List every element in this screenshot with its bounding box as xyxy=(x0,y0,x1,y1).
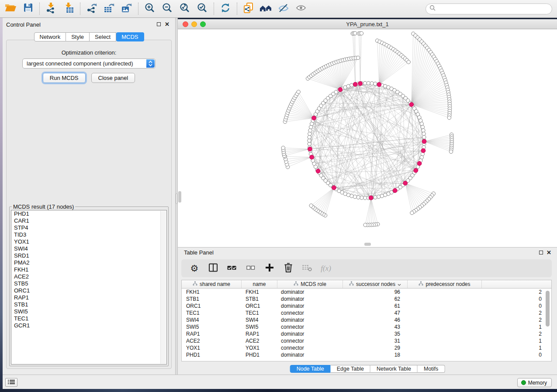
close-panel-button[interactable]: Close panel xyxy=(91,73,135,83)
import-network-button[interactable] xyxy=(42,1,60,17)
table-row[interactable]: ORC1ORC1dominator610 xyxy=(182,303,551,309)
attribute-icon xyxy=(193,281,197,287)
tab-motifs[interactable]: Motifs xyxy=(418,365,445,373)
table-row[interactable]: YOX1YOX1connector291 xyxy=(182,344,551,351)
tab-edge-table[interactable]: Edge Table xyxy=(331,365,370,373)
toolbar-separator xyxy=(80,3,80,15)
table-cell: dominator xyxy=(277,351,343,358)
search-field[interactable] xyxy=(426,3,552,14)
hide-selected-button[interactable] xyxy=(275,1,292,17)
mcds-result-item[interactable]: STB5 xyxy=(11,280,166,287)
table-cell: connector xyxy=(277,309,343,316)
first-neighbors-icon[interactable] xyxy=(257,1,275,17)
zoom-fit-button[interactable] xyxy=(176,1,194,17)
mcds-result-item[interactable]: SWI5 xyxy=(11,308,166,315)
mcds-panel: Optimization criterion: largest connecte… xyxy=(6,40,172,369)
mcds-result-item[interactable]: ACE2 xyxy=(11,273,166,280)
mcds-result-list[interactable]: PHD1CAR1STP4TID3YOX1SWI4SRD1PMA2FKH1ACE2… xyxy=(11,210,167,364)
table-settings-button[interactable]: ⚙ xyxy=(189,263,200,274)
select-all-columns-button[interactable] xyxy=(227,263,237,274)
unselect-all-columns-button[interactable] xyxy=(246,263,256,274)
tab-style[interactable]: Style xyxy=(66,32,90,41)
mcds-result-item[interactable]: ORC1 xyxy=(11,287,166,294)
node-table: shared name name MCDS role successor nod… xyxy=(181,280,552,361)
toolbar-separator xyxy=(214,3,214,15)
mcds-result-item[interactable]: RAP1 xyxy=(11,294,166,301)
tab-network[interactable]: Network xyxy=(34,32,66,41)
table-cell: 62 xyxy=(343,296,408,303)
mcds-result-item[interactable]: SRD1 xyxy=(11,252,166,259)
toolbar-separator xyxy=(138,3,138,15)
show-all-button[interactable] xyxy=(292,1,310,17)
table-row[interactable]: TEC1TEC1connector472 xyxy=(182,309,551,316)
export-table-button[interactable] xyxy=(100,1,118,17)
mcds-result-item[interactable]: TID3 xyxy=(11,231,166,238)
show-columns-button[interactable] xyxy=(208,263,218,274)
table-row[interactable]: RAP1RAP1dominator352 xyxy=(182,330,551,337)
zoom-out-button[interactable] xyxy=(159,1,176,17)
mcds-result-item[interactable]: CAR1 xyxy=(11,217,166,224)
zoom-selected-button[interactable] xyxy=(194,1,211,17)
open-session-button[interactable] xyxy=(2,1,19,17)
search-input[interactable] xyxy=(438,6,543,12)
float-table-panel-icon[interactable] xyxy=(539,251,543,254)
table-scrollbar-thumb[interactable] xyxy=(546,291,550,327)
list-icon xyxy=(8,378,15,386)
create-column-button[interactable] xyxy=(264,263,275,274)
table-cell: SWI5 xyxy=(182,323,242,330)
mcds-result-item[interactable]: TEC1 xyxy=(11,315,166,322)
network-horizontal-scrollbar[interactable] xyxy=(364,243,371,246)
splitter-grip[interactable] xyxy=(176,193,177,204)
column-header-name[interactable]: name xyxy=(242,280,277,288)
tab-mcds[interactable]: MCDS xyxy=(116,32,144,41)
table-cell: dominator xyxy=(277,289,343,296)
table-row[interactable]: SWI4SWI4dominator462 xyxy=(182,316,551,323)
mcds-result-item[interactable]: SWI4 xyxy=(11,245,166,252)
mcds-result-item[interactable]: GCR1 xyxy=(11,322,166,329)
column-header-successor-nodes[interactable]: successor nodes xyxy=(343,280,408,288)
save-session-button[interactable] xyxy=(19,1,37,17)
delete-table-button-disabled[interactable] xyxy=(302,263,312,274)
function-builder-button-disabled[interactable]: f(x) xyxy=(321,263,331,274)
tab-select[interactable]: Select xyxy=(90,32,116,41)
table-row[interactable]: ACE2ACE2connector311 xyxy=(182,337,551,344)
delete-column-button[interactable] xyxy=(283,263,294,274)
network-view[interactable] xyxy=(178,29,557,247)
network-graph[interactable] xyxy=(178,29,557,247)
mcds-result-item[interactable]: STB1 xyxy=(11,301,166,308)
close-panel-icon[interactable]: ✕ xyxy=(165,21,170,28)
network-vertical-scrollbar[interactable] xyxy=(178,191,181,203)
run-mcds-button[interactable]: Run MCDS xyxy=(43,73,86,83)
column-header-predecessor-nodes[interactable]: predecessor nodes xyxy=(408,280,482,288)
mcds-result-item[interactable]: PMA2 xyxy=(11,259,166,266)
memory-button[interactable]: Memory xyxy=(517,378,552,387)
attribute-icon xyxy=(349,281,354,287)
import-table-button[interactable] xyxy=(60,1,77,17)
optimization-criterion-select[interactable]: largest connected component (undirected) xyxy=(22,58,156,69)
zoom-in-button[interactable] xyxy=(141,1,159,17)
mcds-result-item[interactable]: STP4 xyxy=(11,224,166,231)
float-window-icon[interactable] xyxy=(157,22,161,26)
refresh-button[interactable] xyxy=(217,1,234,17)
table-cell: FKH1 xyxy=(242,289,277,296)
table-row[interactable]: FKH1FKH1dominator962 xyxy=(182,289,551,296)
table-cell: 29 xyxy=(343,344,408,351)
clone-network-button[interactable] xyxy=(240,1,257,17)
table-row[interactable]: SWI5SWI5connector431 xyxy=(182,323,551,330)
mcds-result-item[interactable]: PHD1 xyxy=(11,210,166,217)
column-header-filler xyxy=(482,280,551,288)
export-network-button[interactable] xyxy=(83,1,100,17)
table-row[interactable]: PHD1PHD1dominator180 xyxy=(182,351,551,358)
export-image-button[interactable] xyxy=(118,1,135,17)
result-scrollbar-track[interactable] xyxy=(160,211,166,364)
tab-node-table[interactable]: Node Table xyxy=(290,365,331,373)
tab-network-table[interactable]: Network Table xyxy=(370,365,418,373)
column-header-mcds-role[interactable]: MCDS role xyxy=(277,280,343,288)
task-history-button[interactable] xyxy=(5,378,17,387)
close-table-panel-icon[interactable]: ✕ xyxy=(547,249,551,256)
table-row[interactable]: STB1STB1dominator620 xyxy=(182,296,551,303)
network-window-titlebar[interactable]: YPA_prune.txt_1 xyxy=(178,19,557,29)
mcds-result-item[interactable]: FKH1 xyxy=(11,266,166,273)
mcds-result-item[interactable]: YOX1 xyxy=(11,238,166,245)
column-header-shared-name[interactable]: shared name xyxy=(182,280,242,288)
